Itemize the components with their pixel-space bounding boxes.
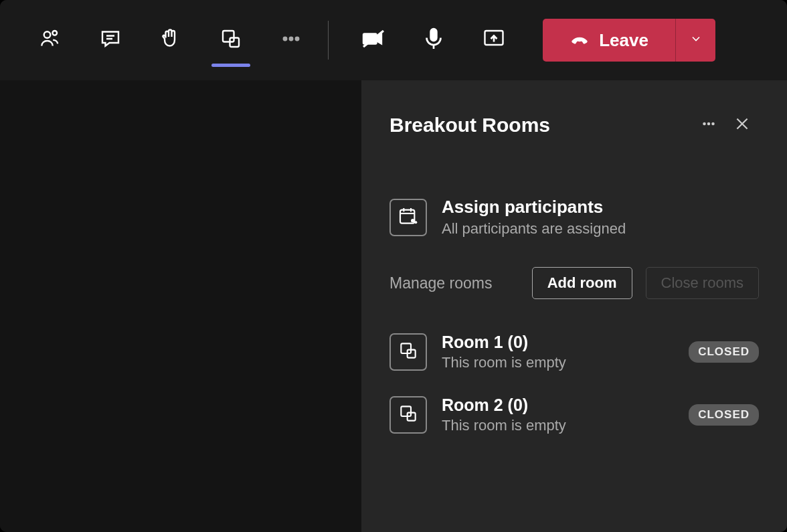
chat-icon (98, 27, 122, 54)
share-screen-button[interactable] (464, 0, 524, 80)
leave-label: Leave (599, 30, 648, 51)
manage-rooms-label: Manage rooms (389, 274, 519, 292)
camera-off-icon (361, 27, 385, 54)
meeting-toolbar: Leave (0, 0, 787, 80)
breakout-rooms-icon (398, 403, 419, 427)
assign-participants-icon-box (389, 199, 427, 236)
assign-title: Assign participants (442, 197, 626, 217)
meeting-body: Breakout Rooms (0, 80, 787, 532)
room-icon-box (389, 396, 427, 434)
room-title: Room 1 (0) (442, 333, 674, 352)
ellipsis-icon (279, 27, 303, 54)
room-icon-box (389, 333, 427, 371)
svg-point-15 (711, 122, 715, 126)
panel-header: Breakout Rooms (389, 114, 759, 137)
svg-rect-10 (431, 29, 437, 41)
calendar-people-icon (398, 205, 419, 230)
room-status-badge: CLOSED (689, 404, 759, 426)
toolbar-divider (328, 21, 329, 60)
breakout-rooms-icon (398, 340, 419, 364)
hangup-icon (570, 28, 590, 53)
room-status-badge: CLOSED (689, 341, 759, 363)
room-subtitle: This room is empty (442, 417, 674, 434)
main-stage (0, 80, 361, 532)
chat-button[interactable] (80, 0, 141, 80)
svg-point-13 (703, 122, 706, 126)
svg-rect-26 (401, 406, 411, 416)
svg-rect-24 (401, 343, 411, 353)
participants-button[interactable] (20, 0, 80, 80)
svg-point-6 (283, 37, 288, 41)
panel-more-button[interactable] (692, 115, 725, 135)
chevron-down-icon (689, 32, 703, 48)
panel-close-button[interactable] (725, 115, 759, 135)
svg-point-14 (707, 122, 711, 126)
panel-title: Breakout Rooms (389, 114, 692, 137)
breakout-rooms-button[interactable] (201, 0, 261, 80)
breakout-rooms-icon (219, 27, 243, 54)
assign-participants-row[interactable]: Assign participants All participants are… (389, 197, 759, 238)
svg-point-7 (289, 37, 294, 41)
svg-rect-4 (223, 31, 234, 42)
manage-rooms-row: Manage rooms Add room Close rooms (389, 267, 759, 299)
raise-hand-button[interactable] (141, 0, 201, 80)
add-room-button[interactable]: Add room (532, 267, 632, 299)
meeting-window: Leave Breakout Rooms (0, 0, 787, 532)
breakout-rooms-panel: Breakout Rooms (361, 80, 787, 532)
room-text: Room 2 (0) This room is empty (442, 395, 674, 434)
close-icon (733, 115, 751, 135)
room-title: Room 2 (0) (442, 395, 674, 415)
mic-icon (422, 27, 446, 54)
leave-button-group: Leave (543, 19, 715, 62)
room-item[interactable]: Room 2 (0) This room is empty CLOSED (389, 395, 759, 434)
more-actions-button[interactable] (261, 0, 321, 80)
leave-button[interactable]: Leave (543, 19, 675, 62)
leave-options-button[interactable] (675, 19, 715, 62)
room-text: Room 1 (0) This room is empty (442, 333, 674, 371)
svg-point-23 (414, 221, 417, 224)
room-item[interactable]: Room 1 (0) This room is empty CLOSED (389, 333, 759, 371)
svg-point-8 (295, 37, 300, 41)
svg-point-1 (52, 31, 57, 35)
ellipsis-icon (700, 115, 717, 135)
camera-toggle-button[interactable] (343, 0, 404, 80)
assign-subtitle: All participants are assigned (442, 220, 626, 238)
room-subtitle: This room is empty (442, 354, 674, 371)
share-screen-icon (482, 27, 506, 54)
people-icon (38, 27, 62, 54)
svg-point-0 (44, 31, 51, 38)
mic-toggle-button[interactable] (404, 0, 464, 80)
close-rooms-button: Close rooms (646, 267, 759, 299)
svg-point-22 (411, 219, 414, 222)
raise-hand-icon (159, 27, 183, 54)
assign-text: Assign participants All participants are… (442, 197, 626, 238)
